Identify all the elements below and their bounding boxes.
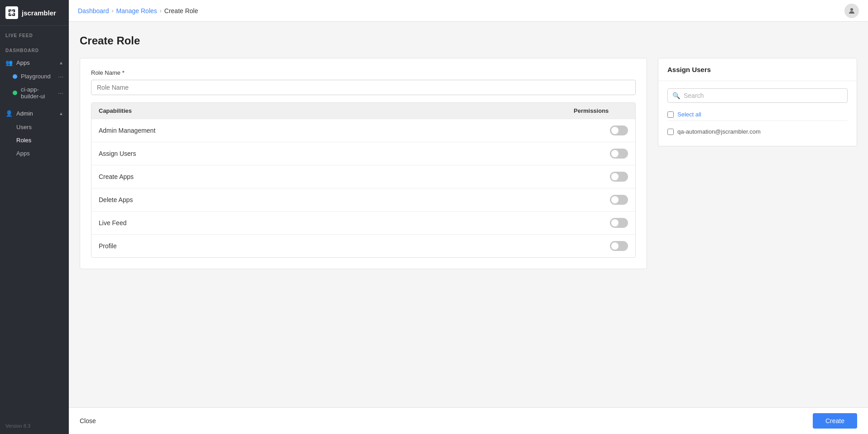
people-icon: 👥 bbox=[5, 59, 13, 66]
apps-group-label: Apps bbox=[16, 59, 30, 66]
toggle-create-apps[interactable] bbox=[610, 172, 628, 182]
user-row-qa-automation: qa-automation@jscrambler.com bbox=[667, 125, 848, 139]
user-email-qa-automation: qa-automation@jscrambler.com bbox=[677, 128, 761, 135]
toggle-delete-apps-slider bbox=[610, 195, 628, 205]
assign-users-panel: Assign Users 🔍 Select all qa-automation@… bbox=[658, 58, 857, 146]
breadcrumb-dashboard[interactable]: Dashboard bbox=[78, 7, 109, 14]
live-feed-label: LIVE FEED bbox=[0, 26, 69, 41]
admin-group-header[interactable]: 👤 Admin ▲ bbox=[0, 106, 69, 121]
toggle-profile-slider bbox=[610, 241, 628, 251]
breadcrumb-manage-roles[interactable]: Manage Roles bbox=[116, 7, 157, 14]
close-button[interactable]: Close bbox=[80, 414, 96, 428]
sidebar-item-roles-label: Roles bbox=[16, 137, 31, 144]
breadcrumb-current: Create Role bbox=[164, 7, 198, 14]
capabilities-header-row: Capabilities Permissions bbox=[91, 103, 635, 119]
assign-users-title: Assign Users bbox=[658, 58, 857, 81]
cap-row-live-feed: Live Feed bbox=[91, 211, 635, 234]
dot-icon-ci-app bbox=[13, 91, 17, 95]
breadcrumb-sep-1: › bbox=[112, 8, 114, 14]
admin-person-icon: 👤 bbox=[5, 110, 13, 117]
role-name-input[interactable] bbox=[91, 80, 636, 95]
sidebar-item-playground-label: Playground bbox=[21, 73, 51, 80]
create-role-container: Role Name * Capabilities Permissions Adm… bbox=[80, 58, 857, 269]
breadcrumb-sep-2: › bbox=[160, 8, 162, 14]
content-area: Create Role Role Name * Capabilities Per… bbox=[69, 22, 868, 407]
svg-point-4 bbox=[850, 8, 853, 11]
cap-admin-management-label: Admin Management bbox=[99, 127, 610, 134]
toggle-admin-management[interactable] bbox=[610, 125, 628, 135]
sidebar-item-users-label: Users bbox=[16, 124, 32, 130]
role-form: Role Name * Capabilities Permissions Adm… bbox=[80, 58, 647, 269]
capabilities-table: Capabilities Permissions Admin Managemen… bbox=[91, 102, 636, 258]
chevron-up-icon: ▲ bbox=[59, 60, 63, 65]
logo: jscrambler bbox=[0, 0, 69, 26]
cap-row-delete-apps: Delete Apps bbox=[91, 188, 635, 211]
user-avatar[interactable] bbox=[844, 4, 859, 18]
page-title: Create Role bbox=[80, 34, 857, 47]
sidebar-item-roles[interactable]: Roles bbox=[0, 134, 69, 147]
sidebar-item-apps-label: Apps bbox=[16, 150, 30, 157]
role-name-label: Role Name * bbox=[91, 69, 636, 76]
cap-live-feed-label: Live Feed bbox=[99, 219, 610, 227]
select-all-label[interactable]: Select all bbox=[677, 111, 701, 118]
more-icon-playground[interactable]: ··· bbox=[58, 73, 63, 80]
user-search-box: 🔍 bbox=[667, 88, 848, 103]
version-label: Version 8.3 bbox=[0, 418, 69, 434]
sidebar-item-apps[interactable]: Apps bbox=[0, 147, 69, 160]
toggle-admin-management-slider bbox=[610, 125, 628, 135]
cap-row-profile: Profile bbox=[91, 234, 635, 257]
breadcrumb: Dashboard › Manage Roles › Create Role bbox=[78, 7, 198, 14]
cap-row-create-apps: Create Apps bbox=[91, 165, 635, 188]
select-all-checkbox[interactable] bbox=[667, 111, 674, 118]
chevron-up-icon-admin: ▲ bbox=[59, 111, 63, 116]
sidebar-item-playground[interactable]: Playground ··· bbox=[0, 70, 69, 83]
select-all-row: Select all bbox=[667, 108, 848, 121]
user-checkbox-qa-automation[interactable] bbox=[667, 129, 674, 135]
sidebar: jscrambler LIVE FEED DASHBOARD 👥 Apps ▲ … bbox=[0, 0, 69, 434]
sidebar-item-ci-app[interactable]: ci-app-builder-ui ··· bbox=[0, 83, 69, 103]
toggle-live-feed-slider bbox=[610, 218, 628, 228]
cap-create-apps-label: Create Apps bbox=[99, 173, 610, 180]
app-name: jscrambler bbox=[22, 9, 56, 17]
toggle-profile[interactable] bbox=[610, 241, 628, 251]
toggle-assign-users[interactable] bbox=[610, 149, 628, 159]
sidebar-item-ci-app-label: ci-app-builder-ui bbox=[21, 86, 58, 100]
more-icon-ci-app[interactable]: ··· bbox=[58, 90, 63, 96]
search-icon: 🔍 bbox=[672, 92, 680, 99]
user-search-input[interactable] bbox=[684, 92, 843, 99]
bottom-bar: Close Create bbox=[69, 407, 868, 434]
capabilities-col-header: Capabilities bbox=[99, 107, 574, 114]
toggle-live-feed[interactable] bbox=[610, 218, 628, 228]
cap-delete-apps-label: Delete Apps bbox=[99, 196, 610, 203]
toggle-create-apps-slider bbox=[610, 172, 628, 182]
cap-profile-label: Profile bbox=[99, 242, 610, 250]
admin-group-label: Admin bbox=[16, 110, 33, 117]
permissions-col-header: Permissions bbox=[574, 107, 628, 114]
cap-row-assign-users: Assign Users bbox=[91, 142, 635, 165]
create-button[interactable]: Create bbox=[813, 413, 857, 429]
toggle-delete-apps[interactable] bbox=[610, 195, 628, 205]
cap-row-admin-management: Admin Management bbox=[91, 119, 635, 142]
dot-icon-playground bbox=[13, 74, 17, 79]
sidebar-item-users[interactable]: Users bbox=[0, 121, 69, 134]
toggle-assign-users-slider bbox=[610, 149, 628, 159]
logo-icon bbox=[5, 6, 18, 19]
cap-assign-users-label: Assign Users bbox=[99, 150, 610, 157]
assign-users-body: 🔍 Select all qa-automation@jscrambler.co… bbox=[658, 81, 857, 146]
main-area: Dashboard › Manage Roles › Create Role C… bbox=[69, 0, 868, 434]
topbar: Dashboard › Manage Roles › Create Role bbox=[69, 0, 868, 22]
dashboard-label: DASHBOARD bbox=[0, 41, 69, 56]
apps-group-header[interactable]: 👥 Apps ▲ bbox=[0, 56, 69, 70]
